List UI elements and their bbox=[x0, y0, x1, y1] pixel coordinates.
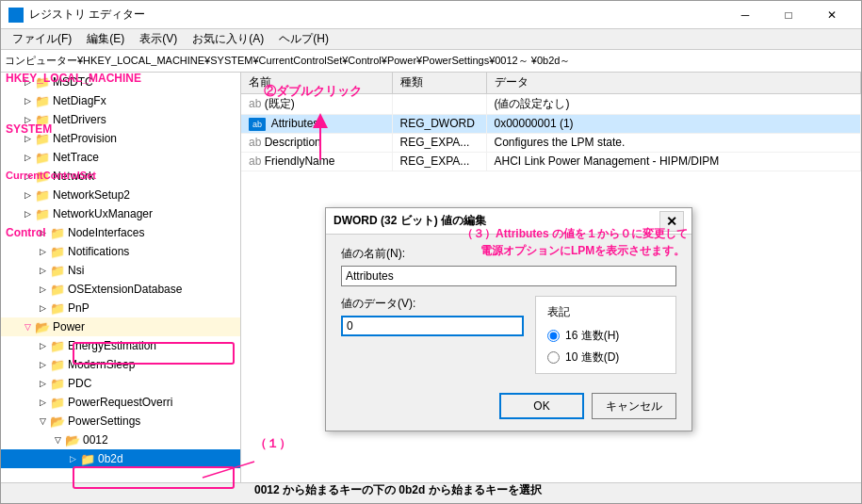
tree-arrow: ▷ bbox=[20, 96, 35, 106]
radio-dec[interactable]: 10 進数(D) bbox=[547, 350, 664, 366]
dialog-body: 値の名前(N): 値のデータ(V): 表記 16 進数(H) bbox=[326, 235, 691, 385]
tree-arrow: ▷ bbox=[35, 285, 50, 294]
tree-item-power[interactable]: ▽ 📂 Power bbox=[1, 317, 240, 336]
reg-data: 0x00000001 (1) bbox=[486, 114, 861, 133]
radio-dec-label: 10 進数(D) bbox=[565, 350, 619, 366]
name-label: 値の名前(N): bbox=[341, 246, 676, 262]
folder-icon: 📁 bbox=[35, 113, 50, 127]
tree-item-modernsleep[interactable]: ▷ 📁 ModernSleep bbox=[1, 355, 240, 374]
menu-view[interactable]: 表示(V) bbox=[132, 29, 185, 49]
tree-arrow: ▷ bbox=[20, 115, 35, 124]
tree-arrow: ▷ bbox=[35, 228, 50, 237]
menu-bar: ファイル(F) 編集(E) 表示(V) お気に入り(A) ヘルプ(H) bbox=[1, 29, 861, 50]
table-row[interactable]: ab Description REG_EXPA... Configures th… bbox=[241, 133, 861, 152]
tree-arrow: ▽ bbox=[50, 435, 65, 445]
tree-label: PowerSettings bbox=[68, 415, 140, 428]
tree-arrow: ▷ bbox=[35, 303, 50, 313]
tree-item-energyest[interactable]: ▷ 📁 EnergyEstimation bbox=[1, 336, 240, 355]
tree-item-nettrace[interactable]: ▷ 📁 NetTrace bbox=[1, 148, 240, 167]
tree-arrow: ▷ bbox=[20, 171, 35, 181]
value-input[interactable] bbox=[341, 316, 524, 336]
tree-item-netdiagfx[interactable]: ▷ 📁 NetDiagFx bbox=[1, 91, 240, 110]
maximize-button[interactable]: □ bbox=[767, 1, 810, 29]
address-path: コンピューター¥HKEY_LOCAL_MACHINE¥SYSTEM¥Curren… bbox=[5, 54, 857, 68]
menu-edit[interactable]: 編集(E) bbox=[79, 29, 132, 49]
edit-dialog[interactable]: DWORD (32 ビット) 値の編集 ✕ 値の名前(N): 値のデータ(V):… bbox=[325, 207, 692, 431]
name-input[interactable] bbox=[341, 266, 676, 286]
tree-label: Power bbox=[53, 320, 85, 333]
folder-icon: 📂 bbox=[35, 320, 50, 334]
tree-item-networksetup2[interactable]: ▷ 📁 NetworkSetup2 bbox=[1, 186, 240, 204]
tree-arrow: ▽ bbox=[20, 322, 35, 332]
tree-item-msdtc[interactable]: ▷ 📁 MSDTC bbox=[1, 73, 240, 91]
tree-item-nsi[interactable]: ▷ 📁 Nsi bbox=[1, 261, 240, 280]
reg-name: ab Attributes bbox=[241, 114, 392, 133]
tree-arrow: ▷ bbox=[65, 454, 80, 463]
reg-type: REG_EXPA... bbox=[392, 152, 486, 171]
tree-item-0b2d[interactable]: ▷ 📁 0b2d bbox=[1, 449, 240, 468]
tree-item-network[interactable]: ▷ 📁 Network bbox=[1, 167, 240, 186]
tree-item-pdc[interactable]: ▷ 📁 PDC bbox=[1, 374, 240, 393]
reg-data: (値の設定なし) bbox=[486, 93, 861, 114]
dialog-close-button[interactable]: ✕ bbox=[659, 211, 684, 232]
folder-icon: 📁 bbox=[50, 245, 65, 259]
tree-item-networkuxmgr[interactable]: ▷ 📁 NetworkUxManager bbox=[1, 204, 240, 223]
tree-item-notifications[interactable]: ▷ 📁 Notifications bbox=[1, 242, 240, 261]
tree-label: ModernSleep bbox=[68, 358, 135, 371]
reg-data: AHCI Link Power Management - HIPM/DIPM bbox=[486, 152, 861, 171]
folder-icon: 📁 bbox=[50, 396, 65, 410]
tree-item-netprovision[interactable]: ▷ 📁 NetProvision bbox=[1, 129, 240, 148]
tree-label: NodeInterfaces bbox=[68, 226, 144, 239]
radio-hex[interactable]: 16 進数(H) bbox=[547, 328, 664, 344]
tree-label: MSDTC bbox=[53, 75, 93, 89]
radio-dec-input[interactable] bbox=[547, 351, 560, 364]
radio-hex-input[interactable] bbox=[547, 330, 560, 342]
tree-item-powerreq[interactable]: ▷ 📁 PowerRequestOverri bbox=[1, 393, 240, 412]
tree-item-0012[interactable]: ▽ 📂 0012 bbox=[1, 431, 240, 449]
table-row[interactable]: ab FriendlyName REG_EXPA... AHCI Link Po… bbox=[241, 152, 861, 171]
ok-button[interactable]: OK bbox=[499, 393, 584, 419]
menu-file[interactable]: ファイル(F) bbox=[5, 29, 79, 49]
tree-item-powersettings[interactable]: ▽ 📂 PowerSettings bbox=[1, 412, 240, 431]
tree-arrow: ▷ bbox=[35, 360, 50, 369]
folder-icon: 📂 bbox=[65, 433, 80, 447]
tree-label: 0b2d bbox=[98, 452, 123, 465]
col-data: データ bbox=[486, 73, 861, 93]
folder-icon: 📁 bbox=[50, 301, 65, 316]
dialog-left: 値のデータ(V): bbox=[341, 296, 524, 374]
registry-table: 名前 種類 データ ab (既定) (値の設定なし) ab Attrib bbox=[241, 73, 861, 171]
svg-rect-1 bbox=[17, 8, 23, 14]
folder-icon: 📁 bbox=[50, 226, 65, 240]
tree-arrow: ▽ bbox=[35, 416, 50, 426]
reg-type: REG_EXPA... bbox=[392, 133, 486, 152]
tree-arrow: ▷ bbox=[20, 134, 35, 143]
col-name: 名前 bbox=[241, 73, 392, 93]
cancel-button[interactable]: キャンセル bbox=[592, 393, 676, 419]
close-button[interactable]: ✕ bbox=[810, 1, 854, 29]
tree-item-nodeinterfaces[interactable]: ▷ 📁 NodeInterfaces bbox=[1, 223, 240, 242]
tree-label: EnergyEstimation bbox=[68, 339, 156, 352]
tree-item-osext[interactable]: ▷ 📁 OSExtensionDatabase bbox=[1, 280, 240, 299]
table-row[interactable]: ab Attributes REG_DWORD 0x00000001 (1) bbox=[241, 114, 861, 133]
tree-arrow: ▷ bbox=[35, 341, 50, 350]
tree-panel: ▷ 📁 MSDTC ▷ 📁 NetDiagFx ▷ 📁 NetDrivers ▷… bbox=[1, 73, 241, 482]
minimize-button[interactable]: ─ bbox=[724, 1, 767, 29]
tree-arrow: ▷ bbox=[20, 153, 35, 162]
tree-arrow: ▷ bbox=[35, 266, 50, 275]
folder-icon: 📁 bbox=[35, 94, 50, 108]
radio-group: 16 進数(H) 10 進数(D) bbox=[547, 328, 664, 366]
window-controls: ─ □ ✕ bbox=[724, 1, 854, 29]
tree-item-netdrivers[interactable]: ▷ 📁 NetDrivers bbox=[1, 110, 240, 129]
table-row[interactable]: ab (既定) (値の設定なし) bbox=[241, 93, 861, 114]
tree-arrow: ▷ bbox=[35, 379, 50, 388]
tree-label: PowerRequestOverri bbox=[68, 396, 172, 409]
reg-name: ab (既定) bbox=[241, 93, 392, 114]
menu-help[interactable]: ヘルプ(H) bbox=[271, 29, 336, 49]
dialog-footer: OK キャンセル bbox=[326, 385, 691, 431]
data-label: 値のデータ(V): bbox=[341, 296, 524, 312]
tree-item-pnp[interactable]: ▷ 📁 PnP bbox=[1, 299, 240, 317]
tree-label: Nsi bbox=[68, 264, 84, 277]
svg-rect-2 bbox=[9, 16, 15, 22]
dialog-title-bar: DWORD (32 ビット) 値の編集 ✕ bbox=[326, 208, 691, 235]
menu-favorites[interactable]: お気に入り(A) bbox=[185, 29, 271, 49]
